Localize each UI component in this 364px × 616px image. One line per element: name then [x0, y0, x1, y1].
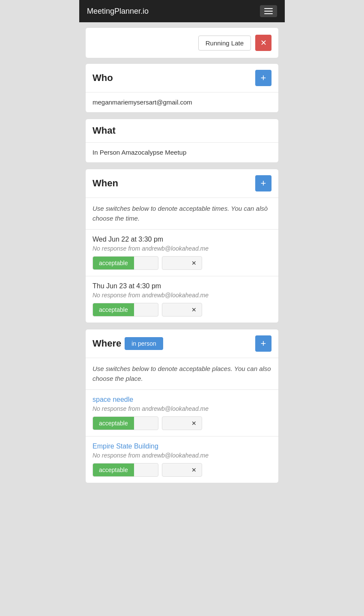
hamburger-line-1	[264, 8, 273, 9]
what-description: In Person Amazocalypse Meetup	[92, 149, 186, 156]
where-item-1-response: No response from andrewb@lookahead.me	[92, 405, 272, 412]
in-person-button[interactable]: in person	[125, 337, 163, 350]
running-late-button[interactable]: Running Late	[198, 36, 251, 51]
close-icon: ✕	[260, 38, 267, 48]
where-section-header: Where in person +	[86, 329, 278, 358]
where-hint-text: Use switches below to denote acceptable …	[86, 358, 278, 389]
when-item-2-accept-toggle[interactable]: acceptable	[92, 303, 158, 317]
who-section: Who + meganmariemysersart@gmail.com	[85, 63, 279, 113]
where-item-1: space needle No response from andrewb@lo…	[86, 389, 278, 436]
where-item-2-response: No response from andrewb@lookahead.me	[92, 452, 272, 459]
app-title: MeetingPlanner.io	[87, 7, 149, 16]
where-section: Where in person + Use switches below to …	[85, 329, 279, 483]
who-add-button[interactable]: +	[255, 70, 272, 86]
when-item-2-datetime: Thu Jun 23 at 4:30 pm	[92, 282, 272, 290]
who-email: meganmariemysersart@gmail.com	[92, 99, 192, 106]
where-section-title: Where	[92, 338, 121, 349]
where-item-1-place[interactable]: space needle	[92, 396, 272, 404]
where-item-2-accept-btn[interactable]: acceptable	[93, 463, 134, 476]
where-item-1-accept-btn[interactable]: acceptable	[93, 417, 134, 430]
where-item-2: Empire State Building No response from a…	[86, 436, 278, 483]
running-late-card: Running Late ✕	[85, 27, 279, 58]
close-red-button[interactable]: ✕	[255, 35, 272, 51]
where-item-1-reject-toggle[interactable]: ✕	[162, 416, 202, 430]
when-hint-text: Use switches below to denote acceptable …	[86, 198, 278, 229]
who-section-title: Who	[92, 72, 113, 84]
when-item-2-reject-empty-btn[interactable]	[162, 307, 186, 313]
when-item-1-reject-toggle[interactable]: ✕	[162, 256, 202, 270]
when-item-2-accept-empty-btn[interactable]	[134, 307, 158, 313]
where-item-1-reject-btn[interactable]: ✕	[186, 417, 202, 430]
who-section-body: meganmariemysersart@gmail.com	[86, 93, 278, 112]
when-item-1-reject-btn[interactable]: ✕	[186, 257, 202, 269]
hamburger-line-2	[264, 11, 273, 12]
what-section-body: In Person Amazocalypse Meetup	[86, 143, 278, 162]
when-item-2: Thu Jun 23 at 4:30 pm No response from a…	[86, 276, 278, 323]
where-item-2-accept-empty-btn[interactable]	[134, 467, 158, 473]
where-item-1-toggles: acceptable ✕	[92, 416, 272, 430]
hamburger-line-3	[264, 13, 273, 14]
where-item-2-reject-btn[interactable]: ✕	[186, 463, 202, 476]
where-item-2-reject-toggle[interactable]: ✕	[162, 463, 202, 477]
what-section-header: What	[86, 119, 278, 143]
when-item-1-accept-empty-btn[interactable]	[134, 260, 158, 266]
when-item-1-reject-empty-btn[interactable]	[162, 260, 186, 266]
when-item-1-accept-toggle[interactable]: acceptable	[92, 256, 158, 270]
where-item-1-reject-empty-btn[interactable]	[162, 420, 186, 426]
where-item-2-place[interactable]: Empire State Building	[92, 443, 272, 450]
when-item-2-response: No response from andrewb@lookahead.me	[92, 292, 272, 299]
app-header: MeetingPlanner.io	[79, 0, 285, 22]
when-add-button[interactable]: +	[255, 175, 272, 191]
when-item-1-accept-btn[interactable]: acceptable	[93, 257, 134, 269]
when-item-2-toggles: acceptable ✕	[92, 303, 272, 317]
when-item-1-datetime: Wed Jun 22 at 3:30 pm	[92, 236, 272, 243]
when-section-title: When	[92, 178, 118, 189]
when-item-2-accept-btn[interactable]: acceptable	[93, 303, 134, 316]
what-section-title: What	[92, 125, 116, 136]
what-section: What In Person Amazocalypse Meetup	[85, 119, 279, 163]
hamburger-menu-button[interactable]	[260, 5, 277, 17]
where-item-1-accept-toggle[interactable]: acceptable	[92, 416, 158, 430]
when-item-2-reject-toggle[interactable]: ✕	[162, 303, 202, 317]
where-item-2-reject-empty-btn[interactable]	[162, 467, 186, 473]
when-item-2-reject-btn[interactable]: ✕	[186, 303, 202, 316]
when-item-1-response: No response from andrewb@lookahead.me	[92, 245, 272, 252]
when-item-1: Wed Jun 22 at 3:30 pm No response from a…	[86, 229, 278, 276]
when-section: When + Use switches below to denote acce…	[85, 169, 279, 323]
where-add-button[interactable]: +	[255, 335, 272, 352]
where-item-2-toggles: acceptable ✕	[92, 463, 272, 477]
where-item-1-accept-empty-btn[interactable]	[134, 420, 158, 426]
who-section-header: Who +	[86, 64, 278, 93]
when-item-1-toggles: acceptable ✕	[92, 256, 272, 270]
where-item-2-accept-toggle[interactable]: acceptable	[92, 463, 158, 477]
when-section-header: When +	[86, 169, 278, 198]
